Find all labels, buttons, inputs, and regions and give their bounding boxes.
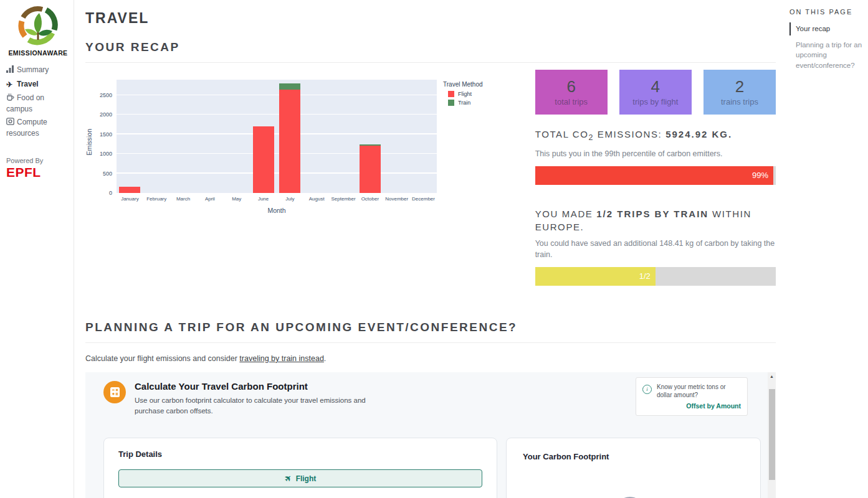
info-icon: i: [642, 385, 652, 394]
sidebar: EMISSIONAWARE Summary ✈Travel Food on ca…: [0, 0, 74, 498]
legend-label: Train: [458, 100, 470, 106]
stat-label: trains trips: [703, 97, 776, 106]
bar-column-may: [223, 80, 250, 193]
emissions-chart: Emission 05001000150020002500 JanuaryFeb…: [85, 70, 497, 286]
calculator-subtitle: Use our carbon footprint calculator to c…: [135, 395, 371, 417]
train-progress-fill: 1/2: [535, 267, 656, 286]
x-tick-label: July: [277, 196, 303, 202]
toc-item-planning[interactable]: Planning a trip for an upcoming event/co…: [789, 39, 864, 72]
x-tick-label: June: [250, 196, 277, 202]
trip-details-card: Trip Details ✈ Flight One Trip Multiple …: [103, 438, 497, 498]
flight-mode-button[interactable]: ✈ Flight: [118, 469, 482, 487]
epfl-logo[interactable]: EPFL: [6, 165, 70, 180]
scroll-up-arrow[interactable]: ▲: [768, 372, 776, 381]
computer-icon: [6, 118, 16, 128]
chart-plot: [117, 80, 437, 193]
x-tick-label: August: [303, 196, 330, 202]
stat-cards: 6 total trips 4 trips by flight 2 trains…: [535, 70, 776, 115]
stat-value: 4: [619, 78, 692, 96]
recap-stats-column: 6 total trips 4 trips by flight 2 trains…: [535, 70, 776, 286]
co2-subtitle: This puts you in the 99th percentile of …: [535, 148, 776, 159]
stat-label: total trips: [535, 97, 608, 106]
scrollbar-thumb[interactable]: [769, 389, 775, 480]
train-progress-track: 1/2: [535, 267, 776, 286]
calculator-body: Trip Details ✈ Flight One Trip Multiple …: [103, 438, 768, 498]
bar-column-march: [170, 80, 197, 193]
y-axis-title: Emission: [85, 129, 93, 156]
bar-column-november: [383, 80, 410, 193]
carbon-footprint-card: Your Carbon Footprint ?: [506, 438, 761, 498]
x-tick-label: March: [170, 196, 197, 202]
x-tick-label: November: [383, 196, 410, 202]
bar-column-april: [196, 80, 223, 193]
coffee-icon: [6, 93, 16, 104]
bar-column-february: [143, 80, 170, 193]
toc-item-your-recap[interactable]: Your recap: [789, 22, 864, 35]
train-subtitle: You could have saved an additional 148.4…: [535, 238, 776, 260]
planning-section: PLANNING A TRIP FOR AN UPCOMING EVENT/CO…: [85, 321, 776, 363]
sidebar-item-label: Summary: [17, 65, 49, 74]
train-instead-link[interactable]: traveling by train instead: [239, 354, 324, 363]
bar-flight-october: [360, 146, 381, 193]
sidebar-item-food[interactable]: Food on campus: [6, 93, 70, 114]
calculator-title: Calculate Your Travel Carbon Footprint: [135, 381, 371, 392]
bar-chart-icon: [6, 65, 16, 76]
sidebar-item-label: Travel: [17, 80, 39, 88]
legend-item-train[interactable]: Train: [443, 100, 483, 106]
planning-text: Calculate your flight emissions and cons…: [85, 354, 776, 363]
legend-swatch: [448, 91, 454, 97]
stat-value: 2: [703, 78, 776, 96]
sidebar-item-travel[interactable]: ✈Travel: [6, 79, 70, 90]
co2-emissions-block: TOTAL CO2 EMISSIONS: 5924.92 KG. This pu…: [535, 128, 776, 185]
on-this-page-nav: ON THIS PAGE Your recap Planning a trip …: [789, 0, 864, 498]
page-title: TRAVEL: [85, 10, 776, 27]
plane-icon: ✈: [282, 473, 293, 484]
legend-title: Travel Method: [443, 81, 483, 88]
offset-by-amount-box: i Know your metric tons or dollar amount…: [636, 377, 748, 416]
on-this-page-header: ON THIS PAGE: [789, 8, 864, 16]
x-tick-label: October: [356, 196, 383, 202]
y-tick-label: 1000: [100, 151, 112, 157]
widget-scrollbar[interactable]: ▲ ▼: [768, 372, 776, 498]
cloud-question-illustration: ?: [565, 479, 702, 498]
bar-column-september: [330, 80, 357, 193]
emissionaware-logo-icon: [17, 5, 59, 46]
chart-legend-items: FlightTrain: [443, 91, 483, 106]
flight-mode-label: Flight: [296, 474, 317, 483]
co2-value: 5924.92 KG.: [665, 129, 732, 139]
bar-column-june: [250, 80, 277, 193]
x-tick-label: December: [410, 196, 437, 202]
train-trips-block: YOU MADE 1/2 TRIPS BY TRAIN WITHIN EUROP…: [535, 207, 776, 286]
bar-column-august: [303, 80, 330, 193]
bar-train-july: [279, 83, 300, 90]
legend-item-flight[interactable]: Flight: [443, 91, 483, 97]
plane-icon: ✈: [6, 80, 16, 90]
co2-progress-fill: 99%: [535, 166, 773, 185]
stat-label: trips by flight: [619, 97, 692, 106]
y-tick-label: 2500: [100, 92, 112, 98]
recap-row: Emission 05001000150020002500 JanuaryFeb…: [85, 70, 776, 286]
y-tick-label: 2000: [100, 111, 112, 118]
y-tick-label: 500: [103, 171, 112, 177]
legend-swatch: [448, 100, 454, 106]
x-tick-label: January: [117, 196, 143, 202]
stat-card-train-trips: 2 trains trips: [703, 70, 776, 115]
bar-column-october: [356, 80, 383, 193]
sidebar-item-summary[interactable]: Summary: [6, 65, 70, 76]
bar-flight-july: [279, 90, 300, 193]
x-tick-label: May: [223, 196, 250, 202]
bar-column-january: [117, 80, 143, 193]
train-heading: YOU MADE 1/2 TRIPS BY TRAIN WITHIN EUROP…: [535, 207, 776, 233]
x-tick-label: September: [330, 196, 357, 202]
brand-name: EMISSIONAWARE: [6, 49, 70, 57]
chart-bars: [117, 80, 437, 193]
sidebar-item-compute[interactable]: Compute resources: [6, 117, 70, 138]
legend-label: Flight: [458, 91, 472, 97]
app-logo[interactable]: EMISSIONAWARE: [6, 5, 70, 57]
co2-progress-track: 99%: [535, 166, 776, 185]
offset-by-amount-link[interactable]: Offset by Amount: [657, 402, 741, 410]
co2-subscript: 2: [589, 133, 594, 142]
y-tick-label: 0: [109, 190, 112, 196]
bar-column-december: [410, 80, 437, 193]
powered-by-label: Powered By: [6, 157, 70, 164]
